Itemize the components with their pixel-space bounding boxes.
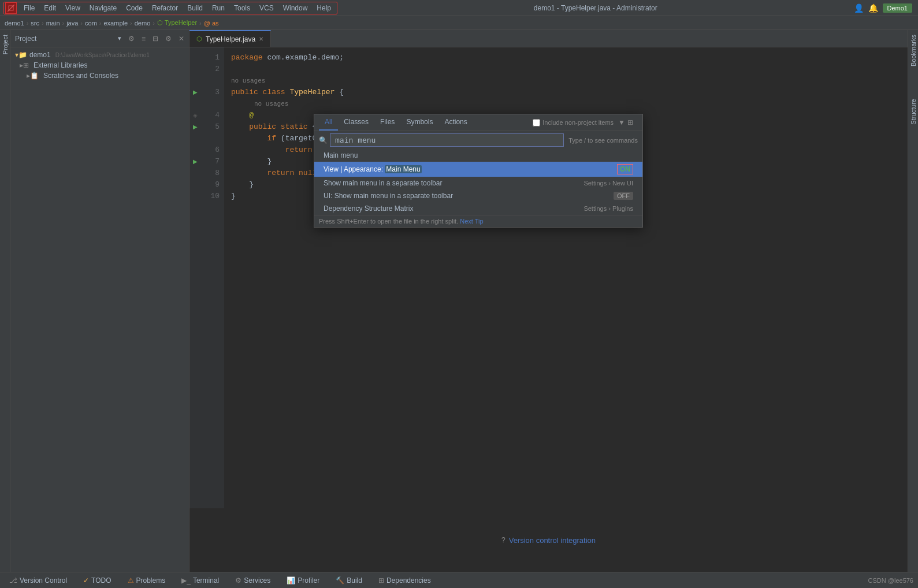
search-tab-files[interactable]: Files xyxy=(374,114,400,131)
menu-file[interactable]: File xyxy=(19,2,39,14)
tab-terminal[interactable]: ▶_ Terminal xyxy=(177,574,224,587)
menu-help[interactable]: Help xyxy=(312,2,336,14)
tree-item-demo1-path: D:\JavaWorkSpace\Practice1\demo1 xyxy=(55,52,150,58)
on-badge-wrapper: ON xyxy=(617,164,633,174)
breadcrumb-main[interactable]: main xyxy=(46,20,60,27)
gutter-10[interactable]: ▶ xyxy=(189,156,201,168)
menu-view[interactable]: View xyxy=(61,2,85,14)
tab-terminal-label: Terminal xyxy=(193,576,219,585)
menu-edit[interactable]: Edit xyxy=(39,2,61,14)
update-icon[interactable]: 🔔 xyxy=(868,3,878,13)
gutter-7[interactable]: ▶ xyxy=(189,121,201,133)
tab-build-label: Build xyxy=(347,576,362,585)
editor-tabs: ⬡ TypeHelper.java ✕ xyxy=(189,30,908,47)
gutter-3 xyxy=(189,75,201,87)
project-close-icon[interactable]: ✕ xyxy=(179,35,184,43)
breadcrumb-src[interactable]: src xyxy=(31,20,39,27)
tab-profiler[interactable]: 📊 Profiler xyxy=(282,574,324,587)
project-tree: ▾📁 demo1 D:\JavaWorkSpace\Practice1\demo… xyxy=(10,47,189,572)
menu-refactor[interactable]: Refactor xyxy=(147,2,183,14)
vc-question-icon: ? xyxy=(501,536,506,544)
result-label-ui-show: UI: Show main menu in a separate toolbar xyxy=(324,192,453,200)
tab-dependencies[interactable]: ⊞ Dependencies xyxy=(374,574,436,587)
version-control-link[interactable]: Version control integration xyxy=(509,536,596,545)
breadcrumb-typehelper[interactable]: ⬡ TypeHelper xyxy=(157,19,197,27)
result-ui-show[interactable]: UI: Show main menu in a separate toolbar… xyxy=(314,189,642,202)
bc-sep3: › xyxy=(62,20,65,27)
menu-navigate[interactable]: Navigate xyxy=(85,2,121,14)
tab-build[interactable]: 🔨 Build xyxy=(331,574,367,587)
breadcrumb-demo[interactable]: demo xyxy=(135,20,151,27)
breadcrumb-com[interactable]: com xyxy=(85,20,97,27)
filter-icon[interactable]: ▼ xyxy=(618,118,625,126)
breadcrumb-demo1[interactable]: demo1 xyxy=(5,20,24,27)
breadcrumb-java[interactable]: java xyxy=(66,20,78,27)
result-label-show-main-menu: Show main menu in a separate toolbar xyxy=(324,179,442,187)
tab-close-button[interactable]: ✕ xyxy=(259,36,263,42)
off-badge: OFF xyxy=(614,192,633,200)
project-list-icon[interactable]: ≡ xyxy=(142,35,146,43)
code-hint-nousages1: no usages xyxy=(231,75,901,87)
include-nonproj-checkbox[interactable] xyxy=(533,119,540,126)
bottom-toolbar: ⎇ Version Control ✓ TODO ⚠ Problems ▶_ T… xyxy=(0,572,918,588)
tab-version-control[interactable]: ⎇ Version Control xyxy=(5,574,72,587)
search-tab-symbols[interactable]: Symbols xyxy=(400,114,438,131)
result-main-menu[interactable]: Main menu xyxy=(314,149,642,162)
window-title: demo1 - TypeHelper.java - Administrator xyxy=(534,4,657,12)
tab-profiler-label: Profiler xyxy=(298,576,319,585)
search-tab-actions[interactable]: Actions xyxy=(438,114,473,131)
gutter-1 xyxy=(189,52,201,64)
search-tab-classes[interactable]: Classes xyxy=(338,114,374,131)
todo-icon: ✓ xyxy=(83,576,89,585)
menu-bar-outline: File Edit View Navigate Code Refactor Bu… xyxy=(3,2,337,14)
structure-side-tab[interactable]: Structure xyxy=(908,94,919,129)
tab-todo-label: TODO xyxy=(91,576,111,585)
tree-item-scratches-label: Scratches and Consoles xyxy=(43,72,118,80)
include-nonproj-label: Include non-project items xyxy=(542,119,614,126)
result-view-appearance[interactable]: View | Appearance: Main Menu ON xyxy=(314,162,642,177)
layout-icon[interactable]: ⊞ xyxy=(627,118,633,126)
tree-item-ext-libs[interactable]: ▸⊞ External Libraries xyxy=(10,60,189,70)
gutter-4[interactable]: ▶ xyxy=(189,87,201,98)
problems-icon: ⚠ xyxy=(128,576,134,585)
profile-icon[interactable]: 👤 xyxy=(854,3,864,13)
project-dropdown[interactable]: ▾ xyxy=(118,35,121,42)
result-shortcut-dsm: Settings › Plugins xyxy=(583,205,633,212)
lib-icon: ▸⊞ xyxy=(20,61,29,69)
menu-tools[interactable]: Tools xyxy=(229,2,255,14)
code-hint-nousages2: no usages xyxy=(231,98,901,110)
editor-tab-typehelper[interactable]: ⬡ TypeHelper.java ✕ xyxy=(189,30,271,47)
tab-services[interactable]: ⚙ Services xyxy=(231,574,275,587)
project-settings-icon[interactable]: ⚙ xyxy=(128,35,135,43)
title-bar: File Edit View Navigate Code Refactor Bu… xyxy=(0,0,918,16)
menu-build[interactable]: Build xyxy=(183,2,207,14)
tree-item-demo1[interactable]: ▾📁 demo1 D:\JavaWorkSpace\Practice1\demo… xyxy=(10,50,189,60)
search-input-row: 🔍 Type / to see commands xyxy=(314,131,642,149)
search-input[interactable] xyxy=(335,136,559,144)
bc-sep7: › xyxy=(153,20,155,27)
tab-java-icon: ⬡ xyxy=(196,35,202,43)
breadcrumb-example[interactable]: example xyxy=(103,20,128,27)
tree-item-scratches[interactable]: ▸📋 Scratches and Consoles xyxy=(10,70,189,81)
project-collapse-icon[interactable]: ⊟ xyxy=(153,35,158,43)
menu-code[interactable]: Code xyxy=(121,2,147,14)
result-show-main-menu[interactable]: Show main menu in a separate toolbar Set… xyxy=(314,177,642,189)
scratches-icon: ▸📋 xyxy=(27,72,39,80)
bookmarks-side-tab[interactable]: Bookmarks xyxy=(908,30,919,71)
demo1-badge[interactable]: Demo1 xyxy=(883,3,912,13)
project-gear-icon[interactable]: ⚙ xyxy=(165,35,172,43)
result-dsm[interactable]: Dependency Structure Matrix Settings › P… xyxy=(314,202,642,215)
next-tip-link[interactable]: Next Tip xyxy=(460,218,483,225)
tab-problems[interactable]: ⚠ Problems xyxy=(123,574,170,587)
menu-run[interactable]: Run xyxy=(207,2,229,14)
breadcrumb-as[interactable]: @ as xyxy=(204,20,219,27)
project-side-tab[interactable]: Project xyxy=(0,30,10,59)
tab-typehelper-label: TypeHelper.java xyxy=(206,35,255,43)
project-panel-header: Project ▾ ⚙ ≡ ⊟ ⚙ ✕ xyxy=(10,30,189,47)
search-tab-all[interactable]: All xyxy=(319,114,338,131)
menu-vcs[interactable]: VCS xyxy=(255,2,278,14)
tab-todo[interactable]: ✓ TODO xyxy=(79,574,116,587)
project-panel: Project ▾ ⚙ ≡ ⊟ ⚙ ✕ ▾📁 demo1 D:\JavaWork… xyxy=(10,30,189,572)
tab-deps-label: Dependencies xyxy=(386,576,431,585)
menu-window[interactable]: Window xyxy=(278,2,313,14)
